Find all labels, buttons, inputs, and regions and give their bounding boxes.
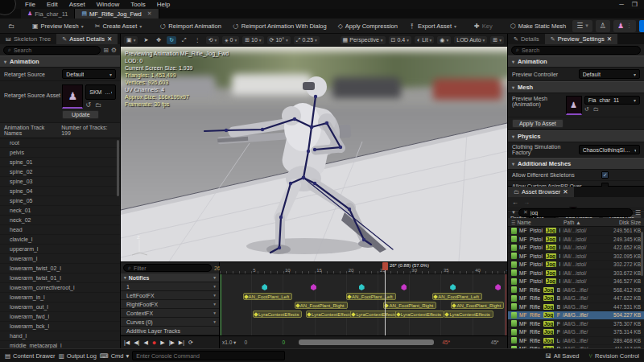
view-range-end[interactable]: 45*	[491, 339, 499, 345]
track-row[interactable]: hand_l	[0, 331, 120, 341]
anim-notify-tag[interactable]: LyraContextEffects	[253, 311, 302, 318]
asset-row[interactable]: MF_Rifle_Jog_Bwd /All/G...ifle/ 568.412 …	[508, 286, 644, 295]
track-row[interactable]: spine_01	[0, 158, 120, 167]
all-saved-indicator[interactable]: 🖫All Saved	[545, 352, 579, 360]
tab-details[interactable]: ✎Details	[508, 34, 545, 44]
tab-asset-browser[interactable]: 🗀Asset Browser✕	[508, 187, 574, 197]
close-tab-icon[interactable]: ✕	[563, 188, 568, 195]
track-row[interactable]: neck_01	[0, 206, 120, 216]
anim-notify-tag[interactable]: AN_FootPlant_Right	[451, 302, 504, 309]
rotate-tool-button[interactable]: ↻	[167, 36, 176, 44]
anim-notify-tag[interactable]: AN_FootPlant_Left	[346, 293, 396, 300]
play-button[interactable]: ▶	[159, 339, 166, 346]
anim-notify-tag[interactable]: LyraContextEffects	[306, 311, 355, 318]
section-physics[interactable]: ▾Physics	[508, 130, 644, 142]
notify-marker[interactable]	[311, 284, 316, 290]
step-forward-button[interactable]: |▶	[167, 339, 176, 346]
timeline-ruler[interactable]: 51015202530354045	[220, 262, 507, 274]
back-button[interactable]: ←	[512, 199, 518, 206]
view-options-icon[interactable]: ⊞	[103, 47, 109, 54]
anim-notify-tag[interactable]: AN_FootPlant_Left	[243, 293, 293, 300]
asset-search-input[interactable]	[530, 210, 628, 216]
menu-item[interactable]: Edit	[41, 0, 64, 9]
update-button[interactable]: Update	[62, 110, 99, 119]
show-flags-dropdown[interactable]: ◉▾	[437, 36, 451, 44]
lit-mode-dropdown[interactable]: ◐Lit▾	[415, 36, 434, 43]
section-mesh[interactable]: ▾Mesh	[508, 81, 644, 93]
menu-item[interactable]: Help	[151, 0, 175, 9]
close-tab-icon[interactable]: ✕	[607, 35, 612, 43]
browse-folder-icon[interactable]: 🗀	[593, 106, 599, 113]
loop-button[interactable]: ⟳	[187, 339, 195, 346]
track-row[interactable]: clavicle_l	[0, 235, 120, 245]
notify-marker[interactable]	[450, 284, 456, 290]
apply-compression-button[interactable]: ◇Apply Compression	[333, 21, 402, 31]
asset-row[interactable]: MF_Pistol_Jog_Fwd /All/...istol/ 422.652…	[508, 244, 644, 253]
output-log-button[interactable]: ▥Output Log	[59, 352, 97, 360]
asset-row[interactable]: MF_Rifle_Jog_Bwd_Left /All/G...ifle/ 447…	[508, 294, 644, 303]
viewport-camera-button[interactable]: ▣▾	[124, 36, 138, 44]
clear-search-icon[interactable]: ✕	[523, 209, 528, 216]
timeline-filter[interactable]: ⌕	[123, 264, 212, 272]
anim-notify-tag[interactable]: AN_FootPlant_Right	[295, 302, 348, 309]
settings-gear-icon[interactable]: ⚙	[111, 47, 117, 54]
play-reverse-button[interactable]: ◀	[142, 339, 149, 346]
timeline-scrollbar[interactable]	[299, 339, 434, 345]
menu-item[interactable]: File	[19, 0, 41, 9]
anim-notify-tag[interactable]: LyraContextEffects	[395, 311, 444, 318]
track-row[interactable]: lowerarm_l	[0, 254, 120, 264]
menu-item[interactable]: Tools	[125, 0, 151, 9]
minimize-button[interactable]: ─	[619, 1, 624, 8]
notify-marker[interactable]	[262, 284, 267, 290]
preview-mesh-thumbnail[interactable]: ♟	[566, 96, 582, 115]
asset-row[interactable]: MF_Rifle_Jog_Bwd_Right /All/G...ifle/ 44…	[508, 303, 644, 312]
allow-different-skeletons-checkbox[interactable]: ✓	[601, 171, 609, 179]
record-button[interactable]: ●	[151, 339, 158, 347]
track-row[interactable]: head	[0, 225, 120, 235]
track-row[interactable]: root	[0, 138, 120, 148]
track-row[interactable]: lowerarm_fwd_l	[0, 312, 120, 322]
browser-settings-icon[interactable]: ☰	[635, 209, 641, 216]
notify-marker[interactable]	[401, 284, 407, 290]
reimport-animation-button[interactable]: ⭯Reimport Animation	[155, 21, 225, 31]
scrollbar[interactable]	[117, 140, 119, 196]
apply-to-asset-button[interactable]: Apply To Asset	[512, 119, 564, 128]
section-animation[interactable]: ▾Animation	[508, 56, 644, 68]
scale-tool-button[interactable]: ⤢	[180, 36, 189, 44]
skeleton-mode-button[interactable]: ♙	[596, 20, 610, 32]
asset-row[interactable]: MF_Rifle_Jog_Fwd_Left /All/G...ifle/ 375…	[508, 320, 644, 329]
column-chooser-icon[interactable]: ☰	[511, 220, 515, 225]
content-drawer-button[interactable]: ▤Content Drawer	[5, 352, 56, 360]
asset-row[interactable]: MF_Rifle_Jog_Fwd /All/G...ifle/ 504.227 …	[508, 311, 644, 320]
tab-preview-settings[interactable]: ✎Preview_Settings✕	[545, 34, 617, 44]
timeline-track-row[interactable]: ▾ Notifies ▾	[121, 274, 219, 282]
menu-item[interactable]: Asset	[64, 0, 91, 9]
asset-row[interactable]: MF_Rifle_Jog_Fwd_Right /All/G...ifle/ 37…	[508, 328, 644, 337]
viewport-layout-button[interactable]: ⊞▾	[490, 36, 504, 44]
track-row[interactable]: middle_metacarpal_l	[0, 341, 120, 348]
cmd-dropdown[interactable]: ⌨Cmd ▾	[100, 352, 129, 360]
anim-notify-tag[interactable]: AN_FootPlant_Left	[432, 293, 482, 300]
step-backward-button[interactable]: ◀|	[132, 339, 141, 346]
coord-system-button[interactable]: ⟲▾	[206, 36, 220, 44]
scale-snap-button[interactable]: ⤢0.25▾	[294, 36, 320, 44]
playback-speed-dropdown[interactable]: x1.0 ▾	[222, 339, 236, 346]
filter-input[interactable]	[134, 265, 207, 271]
use-selected-icon[interactable]: ↺	[584, 106, 589, 113]
track-row[interactable]: spine_05	[0, 196, 120, 206]
asset-row[interactable]: MF_Pistol_Jog_Right /All/...istol/ 346.5…	[508, 278, 644, 286]
select-tool-button[interactable]: ➤	[141, 36, 151, 44]
menu-item[interactable]: Window	[91, 0, 125, 9]
asset-search[interactable]: ✕	[518, 208, 633, 217]
track-row[interactable]: spine_04	[0, 187, 120, 196]
scrollbar[interactable]	[641, 232, 643, 276]
export-asset-button[interactable]: ⭱Export Asset▾	[404, 21, 461, 31]
use-selected-icon[interactable]: ↺	[85, 101, 91, 109]
timeline-track-row[interactable]: RightFootFX ▾	[121, 300, 219, 309]
playhead[interactable]: 26* (0.88) (57.0%)	[385, 262, 386, 335]
go-to-front-button[interactable]: |◀	[122, 339, 131, 346]
mesh-mode-button[interactable]: ♟⋮	[613, 20, 636, 32]
search-input[interactable]	[14, 47, 96, 53]
preview-controller-dropdown[interactable]: Default▾	[579, 69, 640, 79]
close-tab-icon[interactable]: ✕	[147, 10, 152, 17]
